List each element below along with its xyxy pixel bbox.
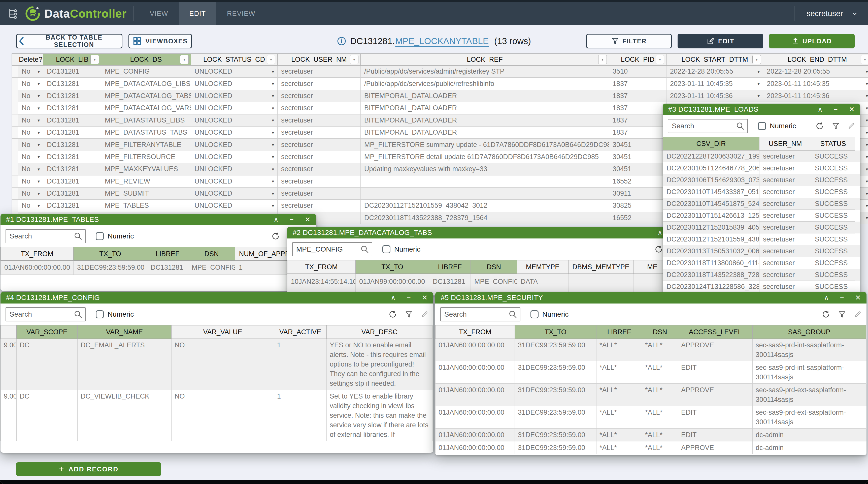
viewboxes-button[interactable]: VIEWBOXES (128, 34, 192, 49)
cell[interactable]: 30911 (609, 188, 666, 200)
cell[interactable]: DC131281 (43, 175, 101, 188)
cell[interactable]: DC20230112T152101559_438042_3012 (361, 200, 609, 212)
cell[interactable]: No▼ (18, 139, 43, 151)
cell-dropdown-arrow[interactable]: ▼ (37, 118, 40, 122)
cell[interactable]: MPE_DATASTATUS_LIBS (101, 114, 191, 126)
tab-edit[interactable]: EDIT (179, 2, 217, 25)
close-icon[interactable]: ✕ (849, 106, 855, 113)
column-filter-button[interactable]: ▼ (90, 55, 99, 64)
numeric-checkbox[interactable] (96, 310, 104, 318)
refresh-icon[interactable] (654, 245, 663, 254)
cell[interactable]: DC20230118T143522388_728379_1564 (361, 212, 609, 224)
cell[interactable]: MP_FILTERSTORE detail update 61D7A7860DD… (361, 151, 609, 163)
cell[interactable]: DC131281 (43, 90, 101, 102)
column-header[interactable]: LOCK_END_DTTM▼ (763, 53, 868, 65)
cell[interactable]: secretuser (278, 188, 361, 200)
numeric-checkbox[interactable] (96, 232, 104, 240)
cell[interactable]: 16552 (609, 212, 666, 224)
cell[interactable]: /Public/app/dc/services/admin/registerke… (361, 65, 609, 78)
cell-dropdown-arrow[interactable]: ▼ (37, 155, 40, 159)
cell[interactable]: BITEMPORAL_DATALOADER (361, 114, 609, 126)
cell[interactable]: 3510 (609, 65, 666, 78)
cell[interactable]: DC131281 (43, 78, 101, 90)
cell-dropdown-arrow[interactable]: ▼ (271, 94, 275, 98)
cell[interactable]: Updating maxkeyvalues with maxkey=33 (361, 163, 609, 175)
cell-dropdown-arrow[interactable]: ▼ (37, 191, 40, 196)
cell[interactable]: No▼ (18, 114, 43, 126)
numeric-checkbox[interactable] (758, 122, 766, 130)
refresh-icon[interactable] (271, 232, 280, 240)
cell[interactable]: No▼ (18, 175, 43, 188)
cell[interactable]: DC131281 (43, 126, 101, 139)
viewbox-titlebar[interactable]: #4 DC131281.MPE_CONFIG ∧ − ✕ (0, 292, 433, 304)
cell-dropdown-arrow[interactable]: ▼ (271, 179, 275, 183)
column-header[interactable]: TX_FROM (287, 260, 356, 274)
column-header[interactable]: DSN (188, 247, 235, 261)
cell[interactable]: UNLOCKED▼ (191, 188, 278, 200)
cell[interactable]: 30825 (609, 200, 666, 212)
column-header[interactable]: SAS_GROUP (753, 325, 866, 339)
cell-dropdown-arrow[interactable]: ▼ (271, 69, 275, 74)
cell[interactable]: No▼ (18, 90, 43, 102)
column-header[interactable]: TX_FROM (435, 325, 515, 339)
cell[interactable]: 30451 (609, 151, 666, 163)
cell[interactable]: 2023-01-11 10:45:36▼ (763, 90, 868, 102)
cell[interactable]: 1837 (609, 78, 666, 90)
column-filter-button[interactable]: ▼ (598, 55, 607, 64)
refresh-icon[interactable] (822, 310, 830, 319)
cell[interactable]: secretuser (278, 90, 361, 102)
column-header[interactable]: LIBREF (147, 247, 188, 261)
cell-dropdown-arrow[interactable]: ▼ (865, 167, 868, 171)
cell[interactable]: 30451 (609, 163, 666, 175)
cell[interactable]: DC131281 (43, 114, 101, 126)
cell[interactable]: No▼ (18, 102, 43, 114)
column-header[interactable]: TX_TO (356, 260, 429, 274)
tab-review[interactable]: REVIEW (216, 2, 266, 25)
column-header[interactable]: STATUS (811, 137, 855, 150)
column-header[interactable]: MEMTYPE (517, 260, 568, 274)
upload-button[interactable]: UPLOAD (769, 34, 855, 49)
cell[interactable]: 1837 (609, 126, 666, 139)
column-filter-button[interactable]: ▼ (656, 55, 664, 64)
column-header[interactable]: TX_FROM (0, 247, 73, 261)
cell[interactable]: MPE_REVIEW (101, 175, 191, 188)
column-filter-button[interactable]: ▼ (861, 55, 868, 64)
cell-dropdown-arrow[interactable]: ▼ (37, 82, 40, 86)
cell[interactable]: No▼ (18, 65, 43, 78)
cell[interactable]: secretuser (278, 151, 361, 163)
cell[interactable]: UNLOCKED▼ (191, 175, 278, 188)
cell-dropdown-arrow[interactable]: ▼ (865, 143, 868, 147)
cell[interactable]: secretuser (278, 175, 361, 188)
cell[interactable]: MPE_CONFIG (101, 65, 191, 78)
cell[interactable]: No▼ (18, 200, 43, 212)
cell[interactable]: MPE_SUBMIT (101, 188, 191, 200)
pencil-icon[interactable] (854, 311, 862, 318)
cell[interactable]: No▼ (18, 151, 43, 163)
cell-dropdown-arrow[interactable]: ▼ (757, 69, 761, 74)
cell[interactable]: 2022-12-28 20:05:55▼ (763, 65, 868, 78)
column-header[interactable]: DSN (642, 325, 678, 339)
cell[interactable]: BITEMPORAL_DATALOADER (361, 90, 609, 102)
cell[interactable]: secretuser (278, 163, 361, 175)
cell-dropdown-arrow[interactable]: ▼ (37, 130, 40, 135)
refresh-icon[interactable] (815, 122, 824, 130)
cell[interactable]: No▼ (18, 163, 43, 175)
cell-dropdown-arrow[interactable]: ▼ (37, 203, 40, 208)
minimize-icon[interactable]: − (407, 294, 411, 301)
column-header[interactable]: VAR_ACTIVE (274, 325, 327, 339)
collapse-icon[interactable]: ∧ (824, 294, 829, 301)
cell[interactable]: 2023-01-11 10:45:36▼ (666, 90, 763, 102)
cell[interactable]: UNLOCKED▼ (191, 65, 278, 78)
cell[interactable]: MPE_FILTERSOURCE (101, 151, 191, 163)
column-header[interactable]: ACCESS_LEVEL (678, 325, 753, 339)
column-header[interactable]: VAR_NAME (78, 325, 172, 339)
column-header[interactable]: LOCK_STATUS_CD▼ (191, 53, 278, 65)
minimize-icon[interactable]: − (834, 106, 838, 113)
column-header[interactable]: VAR_SCOPE (17, 325, 78, 339)
viewbox-titlebar[interactable]: #3 DC131281.MPE_LOADS ∧ − ✕ (663, 104, 860, 115)
cell[interactable]: 1837 (609, 102, 666, 114)
numeric-checkbox[interactable] (530, 310, 538, 318)
cell[interactable]: MPE_FILTERANYTABLE (101, 139, 191, 151)
cell[interactable]: 1837 (609, 90, 666, 102)
cell-dropdown-arrow[interactable]: ▼ (865, 94, 868, 98)
